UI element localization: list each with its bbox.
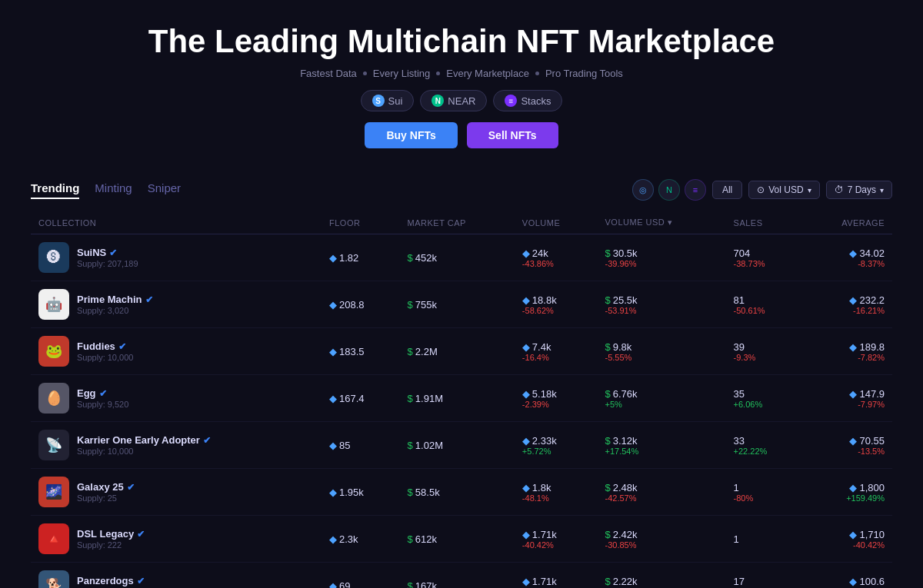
sell-nfts-button[interactable]: Sell NFTs — [467, 122, 558, 148]
floor-value: ◆ 2.3k — [329, 533, 392, 545]
floor-number: 2.3k — [339, 533, 358, 545]
volume-pct: +5.72% — [522, 447, 590, 456]
average-main: ◆ 70.55 — [809, 435, 885, 447]
table-row[interactable]: 🔺 DSL Legacy ✔ Supply: 222 ◆ 2.3k $ 612k — [31, 516, 892, 563]
collection-image: 🥚 — [38, 383, 69, 414]
average-value: ◆ 100.6 +5.16% — [809, 576, 885, 589]
chain-tab-stacks[interactable]: ≡ Stacks — [493, 90, 562, 111]
volume-number: 1.71k — [532, 576, 557, 587]
market-cap-value: $ 58.5k — [408, 487, 507, 498]
time-filter-dropdown[interactable]: ⏱ 7 Days ▾ — [826, 181, 892, 199]
sui-diamond-icon: ◆ — [849, 247, 857, 259]
table-row[interactable]: 📡 Karrier One Early Adopter ✔ Supply: 10… — [31, 422, 892, 469]
floor-cell: ◆ 167.4 — [322, 375, 400, 422]
table-row[interactable]: 🅢 SuiNS ✔ Supply: 207,189 ◆ 1.82 $ 452k — [31, 234, 892, 281]
tab-minting[interactable]: Minting — [95, 181, 132, 199]
sales-value: 1 — [734, 533, 795, 545]
average-value: ◆ 34.02 -8.37% — [809, 247, 885, 268]
average-pct: +159.49% — [809, 493, 885, 503]
buy-nfts-button[interactable]: Buy NFTs — [365, 122, 457, 148]
volume-value: ◆ 1.8k -48.1% — [522, 482, 590, 503]
collection-info: SuiNS ✔ Supply: 207,189 — [77, 247, 138, 268]
filter-near-btn[interactable]: N — [658, 179, 680, 201]
average-cell: ◆ 232.2 -16.21% — [801, 281, 892, 328]
view-tabs-bar: Trending Minting Sniper ◎ N ≡ All ⊙ Vol … — [31, 179, 892, 201]
sales-number: 39 — [734, 341, 795, 353]
sales-number: 35 — [734, 388, 795, 400]
sui-diamond-icon: ◆ — [329, 393, 337, 404]
dollar-icon: $ — [605, 435, 611, 447]
floor-value: ◆ 167.4 — [329, 393, 392, 404]
filter-stacks-btn[interactable]: ≡ — [685, 179, 706, 201]
average-pct: -7.97% — [809, 400, 885, 409]
average-pct: -40.42% — [809, 540, 885, 550]
volume-value: ◆ 7.4k -16.4% — [522, 341, 590, 362]
volume-number: 18.8k — [532, 294, 557, 306]
floor-number: 183.5 — [339, 346, 365, 357]
sui-diamond-icon: ◆ — [329, 252, 337, 264]
volume-number: 7.4k — [532, 341, 551, 353]
table-row[interactable]: 🐸 Fuddies ✔ Supply: 10,000 ◆ 183.5 $ 2.2… — [31, 328, 892, 375]
volume-usd-cell: $ 3.12k +17.54% — [598, 422, 726, 469]
volume-usd-main: $ 2.22k — [605, 576, 718, 587]
sales-cell: 35 +6.06% — [726, 375, 802, 422]
chevron-down-icon: ▾ — [880, 186, 884, 194]
average-number: 189.8 — [859, 341, 885, 353]
col-sales: Sales — [726, 211, 802, 234]
market-cap-value: $ 1.91M — [408, 393, 507, 404]
collection-info: Karrier One Early Adopter ✔ Supply: 10,0… — [77, 434, 211, 456]
average-main: ◆ 147.9 — [809, 388, 885, 400]
verified-badge: ✔ — [99, 388, 107, 399]
average-main: ◆ 1,710 — [809, 529, 885, 540]
collection-cell: 🐕 Panzerdogs ✔ Supply: 2,015 — [31, 563, 322, 589]
dot-1 — [363, 71, 367, 75]
table-header-row: Collection Floor Market Cap Volume Volum… — [31, 211, 892, 234]
market-cap-number: 2.2M — [415, 346, 438, 357]
table-row[interactable]: 🐕 Panzerdogs ✔ Supply: 2,015 ◆ 69 $ 167k — [31, 563, 892, 589]
sales-cell: 33 +22.22% — [726, 422, 802, 469]
volume-value: ◆ 1.71k -61.14% — [522, 576, 590, 589]
collection-image: 📡 — [38, 430, 69, 460]
volume-main: ◆ 24k — [522, 247, 590, 259]
volume-number: 1.8k — [532, 482, 551, 493]
table-row[interactable]: 🤖 Prime Machin ✔ Supply: 3,020 ◆ 208.8 $… — [31, 281, 892, 328]
floor-number: 1.82 — [339, 252, 358, 264]
view-tab-group: Trending Minting Sniper — [31, 181, 181, 199]
collection-image: 🅢 — [38, 242, 69, 273]
sales-cell: 81 -50.61% — [726, 281, 802, 328]
sales-cell: 39 -9.3% — [726, 328, 802, 375]
volume-usd-pct: -42.57% — [605, 493, 718, 503]
volume-usd-pct: -39.96% — [605, 259, 718, 268]
filter-sui-btn[interactable]: ◎ — [632, 179, 654, 201]
vol-usd-dropdown[interactable]: ⊙ Vol USD ▾ — [748, 181, 819, 199]
floor-number: 85 — [339, 440, 350, 451]
tab-sniper[interactable]: Sniper — [148, 181, 181, 199]
sales-number: 1 — [734, 482, 795, 493]
floor-cell: ◆ 2.3k — [322, 516, 400, 563]
sales-cell: 1 -80% — [726, 469, 802, 516]
chevron-down-icon: ▾ — [808, 186, 811, 194]
dollar-icon: $ — [408, 580, 413, 589]
average-main: ◆ 189.8 — [809, 341, 885, 353]
chain-tab-sui[interactable]: S Sui — [361, 90, 415, 111]
floor-value: ◆ 1.82 — [329, 252, 392, 264]
volume-pct: -48.1% — [522, 493, 590, 503]
sui-diamond-icon: ◆ — [522, 388, 530, 400]
average-number: 100.6 — [859, 576, 885, 587]
dollar-icon: $ — [408, 533, 413, 545]
floor-cell: ◆ 183.5 — [322, 328, 400, 375]
volume-usd-main: $ 2.48k — [605, 482, 718, 493]
volume-usd-main: $ 30.5k — [605, 247, 718, 259]
volume-usd-value: $ 9.8k -5.55% — [605, 341, 718, 362]
tab-trending[interactable]: Trending — [31, 181, 79, 199]
volume-main: ◆ 1.71k — [522, 576, 590, 587]
table-row[interactable]: 🥚 Egg ✔ Supply: 9,520 ◆ 167.4 $ 1.91M — [31, 375, 892, 422]
collection-supply: Supply: 3,020 — [77, 306, 153, 315]
volume-cell: ◆ 5.18k -2.39% — [515, 375, 598, 422]
average-number: 1,710 — [859, 529, 885, 540]
chain-tab-near[interactable]: N NEAR — [420, 90, 487, 111]
market-cap-cell: $ 1.02M — [400, 422, 515, 469]
table-row[interactable]: 🌌 Galaxy 25 ✔ Supply: 25 ◆ 1.95k $ 58.5k — [31, 469, 892, 516]
collection-info: Prime Machin ✔ Supply: 3,020 — [77, 294, 153, 315]
filter-all-button[interactable]: All — [712, 181, 742, 199]
